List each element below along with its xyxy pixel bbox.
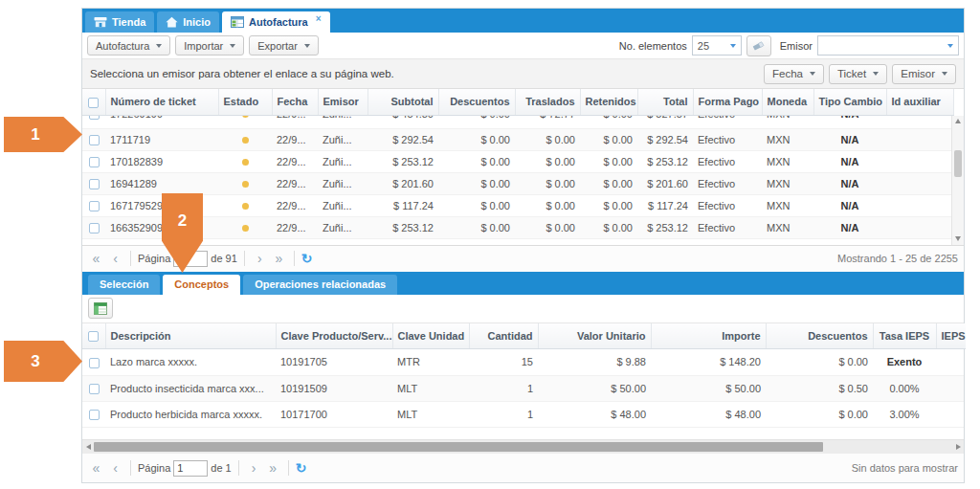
vertical-scrollbar-thumb[interactable]	[954, 150, 962, 177]
col-total[interactable]: Total	[637, 89, 693, 115]
importe-cell: $ 148.20	[651, 349, 766, 375]
traslados-cell: $ 0.00	[515, 128, 580, 150]
exportar-menu-button[interactable]: Exportar	[249, 35, 319, 56]
prev-page-button[interactable]: ‹	[107, 252, 123, 265]
row-checkbox[interactable]	[89, 358, 100, 368]
close-icon[interactable]: ×	[316, 13, 322, 24]
first-page-button[interactable]: «	[88, 252, 104, 265]
col-ieps-t[interactable]: IEPS T...	[936, 323, 966, 349]
col-traslados[interactable]: Traslados	[515, 89, 580, 115]
fecha-cell: 22/9...	[272, 128, 318, 150]
col-descuentos[interactable]: Descuentos	[766, 323, 873, 349]
table-row[interactable]: 166352909 22/9... Zuñi... $ 253.12 $ 0.0…	[82, 216, 953, 238]
tab-autofactura[interactable]: Autofactura ×	[222, 11, 330, 33]
ticket-cell: 170182839	[105, 150, 218, 172]
last-page-button[interactable]: »	[265, 461, 281, 475]
scroll-down-arrow[interactable]	[952, 233, 964, 245]
col-estado[interactable]: Estado	[218, 89, 272, 115]
concepts-table-header: Descripción Clave Producto/Serv... Clave…	[82, 323, 966, 350]
tab-tienda[interactable]: Tienda	[85, 11, 154, 33]
export-excel-button[interactable]	[88, 298, 113, 319]
ticket-filter-button[interactable]: Ticket	[829, 64, 887, 84]
clear-filter-button[interactable]	[746, 35, 771, 56]
table-row[interactable]: 170182839 22/9... Zuñi... $ 253.12 $ 0.0…	[82, 150, 953, 172]
traslados-cell: $ 0.00	[515, 194, 580, 216]
table-row[interactable]: Lazo marca xxxxx. 10191705 MTR 15 $ 9.88…	[82, 349, 964, 375]
importar-menu-button[interactable]: Importar	[175, 35, 244, 56]
first-page-button[interactable]: «	[88, 461, 104, 475]
fecha-filter-button[interactable]: Fecha	[764, 64, 824, 84]
col-importe[interactable]: Importe	[651, 323, 766, 349]
row-checkbox[interactable]	[89, 223, 100, 233]
emisor-combo[interactable]	[817, 35, 959, 56]
autofactura-menu-button[interactable]: Autofactura	[87, 35, 170, 56]
emisor-cell: Zuñi...	[318, 128, 368, 150]
table-row[interactable]: Producto herbicida marca xxxxx. 10171700…	[82, 401, 964, 427]
last-page-button[interactable]: »	[271, 252, 287, 265]
vertical-scrollbar[interactable]	[951, 116, 964, 245]
col-forma-pago[interactable]: Forma Pago	[693, 89, 762, 115]
row-checkbox[interactable]	[89, 179, 100, 189]
descuentos-cell: $ 0.00	[438, 150, 515, 172]
row-checkbox[interactable]	[89, 201, 100, 211]
col-descuentos[interactable]: Descuentos	[438, 89, 515, 115]
emisor-filter-button[interactable]: Emisor	[892, 64, 956, 84]
col-cantidad[interactable]: Cantidad	[469, 323, 538, 349]
fecha-filter-label: Fecha	[772, 68, 803, 79]
col-tasa-ieps[interactable]: Tasa IEPS	[873, 323, 936, 349]
forma-pago-cell: Efectivo	[693, 172, 762, 194]
col-emisor[interactable]: Emisor	[318, 89, 368, 115]
col-descripcion[interactable]: Descripción	[105, 323, 276, 349]
retenidos-cell: $ 0.00	[585, 116, 633, 120]
row-checkbox[interactable]	[89, 157, 100, 167]
tab-conceptos[interactable]: Conceptos	[163, 275, 240, 295]
select-all-checkbox-header[interactable]	[82, 323, 105, 349]
row-checkbox[interactable]	[89, 135, 100, 145]
chevron-down-icon	[304, 44, 310, 48]
horizontal-scrollbar-thumb[interactable]	[94, 442, 823, 452]
tab-inicio[interactable]: Inicio	[157, 11, 219, 33]
col-fecha[interactable]: Fecha	[272, 89, 318, 115]
col-retenidos[interactable]: Retenidos	[580, 89, 637, 115]
scroll-up-arrow[interactable]	[952, 116, 964, 127]
refresh-icon[interactable]: ↻	[301, 252, 313, 265]
row-checkbox[interactable]	[89, 410, 100, 420]
col-id-auxiliar[interactable]: Id auxiliar	[886, 89, 953, 115]
select-all-checkbox-header[interactable]	[82, 89, 105, 115]
descuentos-cell: $ 0.00	[438, 216, 515, 238]
table-row[interactable]: 16941289 22/9... Zuñi... $ 201.60 $ 0.00…	[82, 172, 953, 194]
prev-page-button[interactable]: ‹	[107, 461, 123, 475]
table-row[interactable]: Producto insecticida marca xxx... 101915…	[82, 375, 964, 401]
col-tipo-cambio[interactable]: Tipo Cambio	[813, 89, 886, 115]
page-count-label: de 1	[211, 462, 231, 474]
page-number-input[interactable]	[173, 460, 208, 477]
col-subtotal[interactable]: Subtotal	[368, 89, 438, 115]
descripcion-cell: Producto herbicida marca xxxxx.	[105, 401, 276, 427]
descuentos-cell: $ 0.00	[766, 401, 873, 427]
no-elementos-select[interactable]: 25	[692, 35, 742, 56]
tab-conceptos-label: Conceptos	[174, 278, 229, 290]
select-all-checkbox[interactable]	[88, 331, 99, 342]
table-row[interactable]: 1711719 22/9... Zuñi... $ 292.54 $ 0.00 …	[82, 128, 953, 150]
col-clave-producto[interactable]: Clave Producto/Serv...	[276, 323, 392, 349]
next-page-button[interactable]: ›	[252, 252, 268, 265]
scroll-right-arrow[interactable]	[952, 440, 964, 454]
tab-operaciones-label: Operaciones relacionadas	[255, 278, 386, 290]
importe-cell: $ 48.00	[651, 401, 766, 427]
col-clave-unidad[interactable]: Clave Unidad	[392, 323, 469, 349]
table-row[interactable]: 172269199 22/9... Zuñi... $ 454.80 $ 0.0…	[82, 116, 953, 129]
refresh-icon[interactable]: ↻	[296, 461, 307, 475]
table-row[interactable]: 167179529 22/9... Zuñi... $ 117.24 $ 0.0…	[82, 194, 953, 216]
tab-seleccion[interactable]: Selección	[88, 275, 160, 295]
row-checkbox[interactable]	[89, 116, 100, 121]
horizontal-scrollbar[interactable]	[82, 439, 964, 454]
scroll-left-arrow[interactable]	[82, 440, 94, 454]
autofactura-window: Tienda Inicio Autofactura × Autofactura …	[81, 8, 965, 483]
tab-operaciones-relacionadas[interactable]: Operaciones relacionadas	[243, 275, 397, 295]
next-page-button[interactable]: ›	[246, 461, 262, 475]
row-checkbox[interactable]	[89, 384, 100, 394]
col-valor-unitario[interactable]: Valor Unitario	[538, 323, 651, 349]
col-moneda[interactable]: Moneda	[762, 89, 813, 115]
select-all-checkbox[interactable]	[88, 98, 99, 108]
col-numero-de-ticket[interactable]: Número de ticket	[105, 89, 218, 115]
